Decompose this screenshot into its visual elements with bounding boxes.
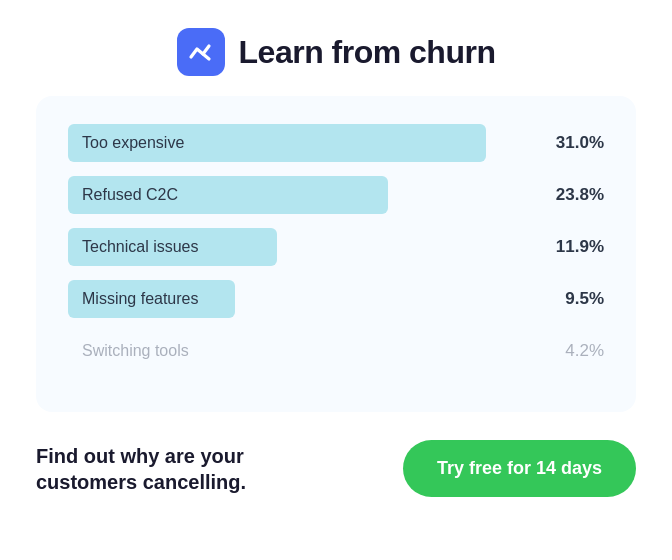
- page-title: Learn from churn: [239, 34, 496, 71]
- bar-container: Too expensive: [68, 124, 532, 162]
- bar-fill: Switching tools: [68, 332, 532, 370]
- bar-label: Refused C2C: [82, 186, 178, 204]
- bar-value: 31.0%: [544, 133, 604, 153]
- bar-fill: Refused C2C: [68, 176, 388, 214]
- bar-fill: Too expensive: [68, 124, 486, 162]
- bar-container: Refused C2C: [68, 176, 532, 214]
- footer-section: Find out why are your customers cancelli…: [0, 412, 672, 497]
- bar-fill: Missing features: [68, 280, 235, 318]
- bar-container: Technical issues: [68, 228, 532, 266]
- bar-row: Switching tools4.2%: [68, 332, 604, 370]
- bar-value: 9.5%: [544, 289, 604, 309]
- bar-row: Refused C2C23.8%: [68, 176, 604, 214]
- bar-value: 23.8%: [544, 185, 604, 205]
- bar-label: Missing features: [82, 290, 199, 308]
- bar-container: Switching tools: [68, 332, 532, 370]
- bar-label: Switching tools: [82, 342, 189, 360]
- bar-label: Too expensive: [82, 134, 184, 152]
- page-header: Learn from churn: [0, 0, 672, 96]
- bar-value: 11.9%: [544, 237, 604, 257]
- bar-row: Missing features9.5%: [68, 280, 604, 318]
- bar-container: Missing features: [68, 280, 532, 318]
- logo-icon: [177, 28, 225, 76]
- cta-button[interactable]: Try free for 14 days: [403, 440, 636, 497]
- chart-card: Too expensive31.0%Refused C2C23.8%Techni…: [36, 96, 636, 412]
- bar-value: 4.2%: [544, 341, 604, 361]
- bar-row: Technical issues11.9%: [68, 228, 604, 266]
- bar-label: Technical issues: [82, 238, 199, 256]
- footer-text: Find out why are your customers cancelli…: [36, 443, 276, 495]
- bar-row: Too expensive31.0%: [68, 124, 604, 162]
- bar-fill: Technical issues: [68, 228, 277, 266]
